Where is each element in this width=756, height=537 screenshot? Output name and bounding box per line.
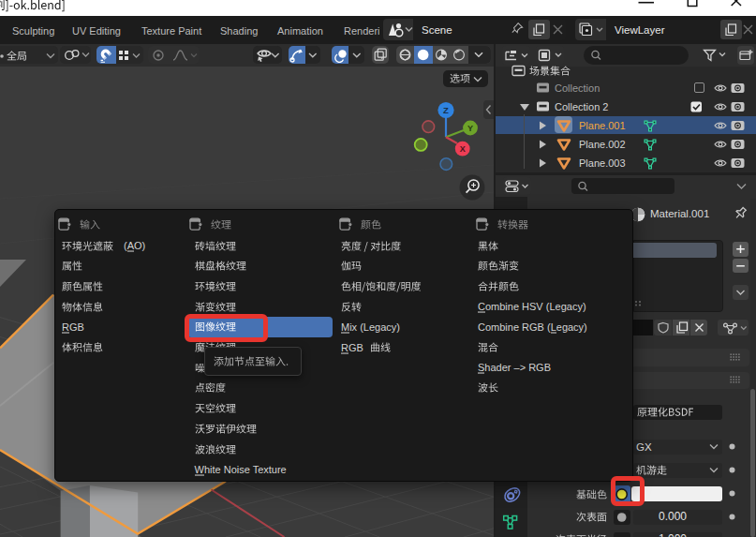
svg-text:Y: Y [467,124,473,133]
svg-text:Z: Z [443,105,449,115]
svg-text:X: X [460,144,466,154]
